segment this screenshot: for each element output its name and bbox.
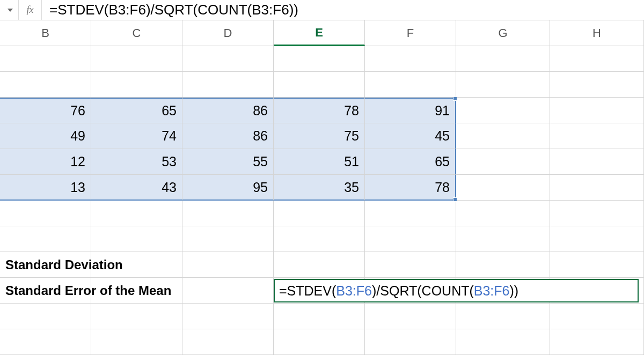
cell-E2[interactable] [274, 72, 365, 98]
cell-H6[interactable] [550, 175, 644, 201]
spreadsheet-grid[interactable]: B C D E F G H 76 65 86 78 91 49 74 86 75… [0, 20, 644, 355]
cell-G4[interactable] [456, 123, 550, 149]
cell-H8[interactable] [550, 226, 644, 252]
cell-E8[interactable] [274, 226, 365, 252]
cell-H12[interactable] [550, 329, 644, 355]
cell-F2[interactable] [365, 72, 456, 98]
cell-E6[interactable]: 35 [274, 175, 365, 201]
cell-F1[interactable] [365, 46, 456, 72]
cell-D2[interactable] [182, 72, 274, 98]
cell-B11[interactable] [0, 304, 91, 329]
cell-E5[interactable]: 51 [274, 149, 365, 175]
cell-B8[interactable] [0, 226, 91, 252]
cell-F9[interactable] [365, 252, 456, 278]
cell-B2[interactable] [0, 72, 91, 98]
cell-C8[interactable] [91, 226, 182, 252]
cell-H5[interactable] [550, 149, 644, 175]
col-header-H[interactable]: H [550, 20, 644, 46]
cell-D5[interactable]: 55 [182, 149, 274, 175]
cell-G2[interactable] [456, 72, 550, 98]
cell-B12[interactable] [0, 329, 91, 355]
cell-C3[interactable]: 65 [91, 98, 182, 123]
cell-B1[interactable] [0, 46, 91, 72]
cell-E10-editing[interactable]: =STDEV(B3:F6)/SQRT(COUNT(B3:F6)) [274, 278, 365, 304]
cell-value: 91 [435, 103, 450, 119]
cell-B10[interactable]: Standard Error of the Mean [0, 278, 91, 304]
formula-bar-input[interactable]: =STDEV(B3:F6)/SQRT(COUNT(B3:F6)) [42, 2, 642, 18]
cell-D10[interactable] [182, 278, 274, 304]
cell-B3[interactable]: 76 [0, 98, 91, 123]
col-header-C[interactable]: C [91, 20, 182, 46]
cell-C4[interactable]: 74 [91, 123, 182, 149]
formula-bar: fx =STDEV(B3:F6)/SQRT(COUNT(B3:F6)) [0, 0, 644, 20]
cell-F8[interactable] [365, 226, 456, 252]
cell-C5[interactable]: 53 [91, 149, 182, 175]
chevron-down-icon [8, 9, 13, 12]
cell-G5[interactable] [456, 149, 550, 175]
cell-C12[interactable] [91, 329, 182, 355]
cell-C7[interactable] [91, 201, 182, 226]
cell-G7[interactable] [456, 201, 550, 226]
cell-C2[interactable] [91, 72, 182, 98]
cell-D11[interactable] [182, 304, 274, 329]
cell-D12[interactable] [182, 329, 274, 355]
selection-handle-icon[interactable] [453, 97, 457, 101]
formula-ref: B3:F6 [336, 283, 372, 299]
cell-G8[interactable] [456, 226, 550, 252]
cell-H11[interactable] [550, 304, 644, 329]
cell-E9[interactable] [274, 252, 365, 278]
cell-F4[interactable]: 45 [365, 123, 456, 149]
cell-F3[interactable]: 91 [365, 98, 456, 123]
cell-B7[interactable] [0, 201, 91, 226]
cell-E11[interactable] [274, 304, 365, 329]
cell-F11[interactable] [365, 304, 456, 329]
cell-B6[interactable]: 13 [0, 175, 91, 201]
cell-B5[interactable]: 12 [0, 149, 91, 175]
cell-G11[interactable] [456, 304, 550, 329]
cell-E3[interactable]: 78 [274, 98, 365, 123]
cell-D8[interactable] [182, 226, 274, 252]
cell-C1[interactable] [91, 46, 182, 72]
cell-E1[interactable] [274, 46, 365, 72]
cell-B9[interactable]: Standard Deviation [0, 252, 91, 278]
cell-C11[interactable] [91, 304, 182, 329]
cell-D3[interactable]: 86 [182, 98, 274, 123]
cell-F12[interactable] [365, 329, 456, 355]
cell-E12[interactable] [274, 329, 365, 355]
col-header-G[interactable]: G [456, 20, 550, 46]
col-header-B[interactable]: B [0, 20, 91, 46]
cell-G9[interactable] [456, 252, 550, 278]
formula-ref: B3:F6 [474, 283, 510, 299]
cell-C6[interactable]: 43 [91, 175, 182, 201]
cell-B4[interactable]: 49 [0, 123, 91, 149]
cell-G12[interactable] [456, 329, 550, 355]
col-header-D[interactable]: D [182, 20, 274, 46]
formula-edit-box[interactable]: =STDEV(B3:F6)/SQRT(COUNT(B3:F6)) [274, 279, 639, 302]
cell-H1[interactable] [550, 46, 644, 72]
col-header-E[interactable]: E [274, 20, 365, 46]
name-box-dropdown[interactable] [2, 9, 18, 12]
cell-E7[interactable] [274, 201, 365, 226]
cell-G1[interactable] [456, 46, 550, 72]
cell-value: 78 [435, 180, 450, 195]
cell-F5[interactable]: 65 [365, 149, 456, 175]
cell-G6[interactable] [456, 175, 550, 201]
cell-D4[interactable]: 86 [182, 123, 274, 149]
selection-handle-icon[interactable] [453, 197, 457, 202]
formula-text: )) [509, 283, 518, 299]
cell-H9[interactable] [550, 252, 644, 278]
cell-E4[interactable]: 75 [274, 123, 365, 149]
fx-button[interactable]: fx [18, 0, 42, 20]
cell-D1[interactable] [182, 46, 274, 72]
cell-G3[interactable] [456, 98, 550, 123]
cell-D7[interactable] [182, 201, 274, 226]
cell-H7[interactable] [550, 201, 644, 226]
cell-H2[interactable] [550, 72, 644, 98]
col-header-F[interactable]: F [365, 20, 456, 46]
cell-D6[interactable]: 95 [182, 175, 274, 201]
cell-F6[interactable]: 78 [365, 175, 456, 201]
cell-H3[interactable] [550, 98, 644, 123]
cell-H4[interactable] [550, 123, 644, 149]
cell-F7[interactable] [365, 201, 456, 226]
cell-D9[interactable] [182, 252, 274, 278]
